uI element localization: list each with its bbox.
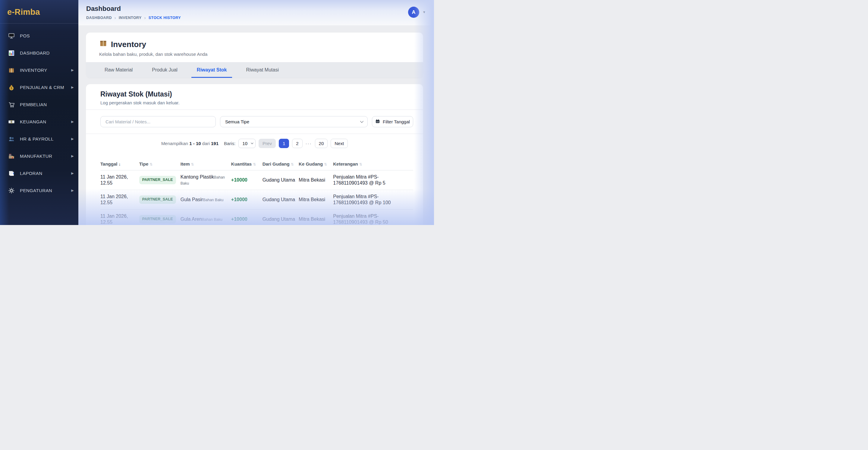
page-2-button[interactable]: 2 [292, 139, 302, 148]
pagination-range: 1 - 10 [189, 141, 201, 146]
pagination-summary: Menampilkan 1 - 10 dari 191 [161, 141, 218, 146]
type-filter-select[interactable]: Semua Tipe [220, 116, 368, 127]
sidebar-item-label: MANUFAKTUR [20, 153, 52, 159]
sort-icon: ⇅ [324, 162, 327, 167]
rows-per-page-label: Baris: [224, 141, 236, 146]
app-logo[interactable]: e-Rimba [0, 0, 79, 23]
type-badge: PARTNER_SALE [139, 215, 176, 223]
cell-date: 11 Jan 2026, 12.55 [100, 210, 139, 225]
sidebar-item-label: PENJUALAN & CRM [20, 85, 64, 90]
package-icon [99, 39, 107, 50]
sidebar-item-laporan[interactable]: LAPORAN ▶ [0, 165, 79, 182]
avatar-caret-icon[interactable]: ▼ [423, 10, 426, 14]
rows-per-page-select[interactable]: 10 [239, 139, 255, 148]
sidebar-item-pos[interactable]: POS [0, 27, 79, 44]
breadcrumb-separator: › [144, 16, 146, 20]
banknote-icon: $ [8, 119, 15, 125]
tab-riwayat-mutasi[interactable]: Riwayat Mutasi [241, 62, 284, 78]
column-item[interactable]: Item⇅ [181, 153, 231, 171]
table-row[interactable]: 11 Jan 2026, 12.55 PARTNER_SALE Kantong … [100, 171, 413, 190]
breadcrumb-inventory[interactable]: INVENTORY [119, 16, 142, 20]
content: Inventory Kelola bahan baku, produk, dan… [79, 25, 434, 225]
date-filter-button[interactable]: Filter Tanggal [372, 116, 413, 127]
breadcrumb-dashboard[interactable]: DASHBOARD [86, 16, 112, 20]
sidebar-item-inventory[interactable]: INVENTORY ▶ [0, 62, 79, 79]
cell-qty: +10000 [231, 171, 262, 190]
sidebar-item-label: PEMBELIAN [20, 102, 47, 107]
sidebar-item-keuangan[interactable]: $ KEUANGAN ▶ [0, 113, 79, 130]
type-badge: PARTNER_SALE [139, 176, 176, 184]
column-tipe[interactable]: Tipe⇅ [139, 153, 181, 171]
panel-subtitle: Log pergerakan stok masuk dan keluar. [100, 100, 409, 105]
column-tanggal[interactable]: Tanggal↓ [100, 153, 139, 171]
page-1-button[interactable]: 1 [279, 139, 289, 148]
cell-item: Gula ArenBahan Baku [181, 210, 231, 225]
cell-date: 11 Jan 2026, 12.55 [100, 171, 139, 190]
calendar-icon [375, 119, 380, 125]
sort-icon: ⇅ [253, 162, 256, 167]
breadcrumb-stock-history: STOCK HISTORY [149, 16, 181, 20]
people-icon [8, 136, 15, 142]
sidebar-item-penjualan-crm[interactable]: $ PENJUALAN & CRM ▶ [0, 79, 79, 96]
sidebar-item-pembelian[interactable]: PEMBELIAN [0, 96, 79, 113]
rows-per-page-value: 10 [242, 141, 247, 146]
date-filter-label: Filter Tanggal [383, 119, 410, 124]
cell-item: Gula PasirBahan Baku [181, 190, 231, 210]
sidebar-item-label: HR & PAYROLL [20, 136, 54, 142]
panel-title: Riwayat Stok (Mutasi) [100, 90, 409, 98]
sort-icon: ⇅ [359, 162, 362, 167]
inventory-card: Inventory Kelola bahan baku, produk, dan… [86, 33, 423, 78]
cell-note: Penjualan Mitra #PS-1768110901493 @ Rp 1… [333, 190, 413, 210]
sidebar-item-hr-payroll[interactable]: HR & PAYROLL ▶ [0, 130, 79, 148]
chevron-down-icon [251, 142, 253, 144]
sidebar-item-label: DASHBOARD [20, 50, 50, 56]
chevron-right-icon: ▶ [71, 137, 74, 141]
cell-note: Penjualan Mitra #PS-1768110901493 @ Rp 5 [333, 171, 413, 190]
money-bag-icon: $ [8, 84, 15, 91]
svg-text:$: $ [10, 87, 12, 90]
table-header-row: Tanggal↓ Tipe⇅ Item⇅ Kuantitas⇅ Dari Gud… [100, 153, 413, 171]
cell-from: Gudang Utama [262, 190, 299, 210]
sort-icon: ⇅ [191, 162, 194, 167]
sort-icon: ⇅ [291, 162, 294, 167]
inventory-title-row: Inventory [99, 39, 410, 50]
sidebar-item-pengaturan[interactable]: PENGATURAN ▶ [0, 182, 79, 199]
chevron-right-icon: ▶ [71, 120, 74, 124]
cell-to: Mitra Bekasi [299, 210, 333, 225]
sidebar-item-manufaktur[interactable]: MANUFAKTUR ▶ [0, 148, 79, 165]
sidebar-item-dashboard[interactable]: DASHBOARD [0, 44, 79, 62]
sidebar-item-label: PENGATURAN [20, 188, 52, 193]
next-page-button[interactable]: Next [331, 139, 348, 148]
table-row[interactable]: 11 Jan 2026, 12.55 PARTNER_SALE Gula Pas… [100, 190, 413, 210]
chevron-right-icon: ▶ [71, 85, 74, 89]
filter-row: Semua Tipe Filter Tanggal [86, 110, 423, 133]
page-title: Dashboard [86, 5, 434, 13]
desktop-icon [8, 33, 15, 39]
tab-raw-material[interactable]: Raw Material [99, 62, 138, 78]
prev-page-button[interactable]: Prev [258, 139, 276, 148]
breadcrumb-separator: › [115, 16, 116, 20]
sort-desc-icon: ↓ [119, 162, 121, 167]
column-ke-gudang[interactable]: Ke Gudang⇅ [299, 153, 333, 171]
page-20-button[interactable]: 20 [315, 139, 328, 148]
cell-qty: +10000 [231, 190, 262, 210]
type-filter-value: Semua Tipe [225, 119, 249, 124]
cell-date: 11 Jan 2026, 12.55 [100, 190, 139, 210]
sort-icon: ⇅ [150, 162, 153, 167]
search-input[interactable] [100, 116, 216, 127]
column-keterangan[interactable]: Keterangan⇅ [333, 153, 413, 171]
sidebar-item-label: LAPORAN [20, 171, 42, 176]
sidebar-item-label: POS [20, 33, 30, 38]
table-row[interactable]: 11 Jan 2026, 12.55 PARTNER_SALE Gula Are… [100, 210, 413, 225]
stock-history-card: Riwayat Stok (Mutasi) Log pergerakan sto… [86, 84, 423, 225]
column-dari-gudang[interactable]: Dari Gudang⇅ [262, 153, 299, 171]
gear-icon [8, 187, 15, 194]
chevron-right-icon: ▶ [71, 154, 74, 158]
chevron-right-icon: ▶ [71, 171, 74, 175]
column-kuantitas[interactable]: Kuantitas⇅ [231, 153, 262, 171]
tab-produk-jual[interactable]: Produk Jual [147, 62, 183, 78]
tab-riwayat-stok[interactable]: Riwayat Stok [191, 62, 232, 78]
factory-icon [8, 153, 15, 159]
chevron-right-icon: ▶ [71, 188, 74, 192]
avatar[interactable]: A [408, 7, 419, 18]
